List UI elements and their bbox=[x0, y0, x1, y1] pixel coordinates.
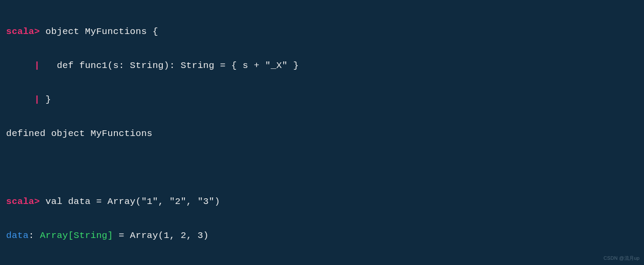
code-text: } bbox=[40, 95, 51, 105]
result-value: = Array(1, 2, 3) bbox=[113, 231, 209, 241]
blank-line bbox=[6, 261, 638, 265]
repl-continuation: | bbox=[6, 95, 40, 105]
code-text: def func1(s: String): String = { s + "_X… bbox=[40, 61, 299, 71]
watermark-text: CSDN @流月up bbox=[603, 255, 640, 262]
output-text: defined object MyFunctions bbox=[6, 129, 152, 139]
code-line: scala> object MyFunctions { bbox=[6, 23, 638, 40]
blank-line bbox=[6, 159, 638, 176]
colon: : bbox=[29, 231, 40, 241]
repl-prompt: scala> bbox=[6, 27, 40, 37]
code-text: val data = Array("1", "2", "3") bbox=[40, 197, 220, 207]
code-line: scala> val data = Array("1", "2", "3") bbox=[6, 193, 638, 210]
repl-prompt: scala> bbox=[6, 197, 40, 207]
output-line: defined object MyFunctions bbox=[6, 125, 638, 142]
code-text: object MyFunctions { bbox=[40, 27, 158, 37]
result-type: Array[String] bbox=[40, 231, 113, 241]
blank bbox=[6, 163, 12, 173]
repl-continuation: | bbox=[6, 61, 40, 71]
code-line: | } bbox=[6, 91, 638, 108]
result-variable: data bbox=[6, 231, 29, 241]
result-line: data: Array[String] = Array(1, 2, 3) bbox=[6, 227, 638, 244]
terminal-output: scala> object MyFunctions { | def func1(… bbox=[0, 0, 644, 265]
code-line: | def func1(s: String): String = { s + "… bbox=[6, 57, 638, 74]
